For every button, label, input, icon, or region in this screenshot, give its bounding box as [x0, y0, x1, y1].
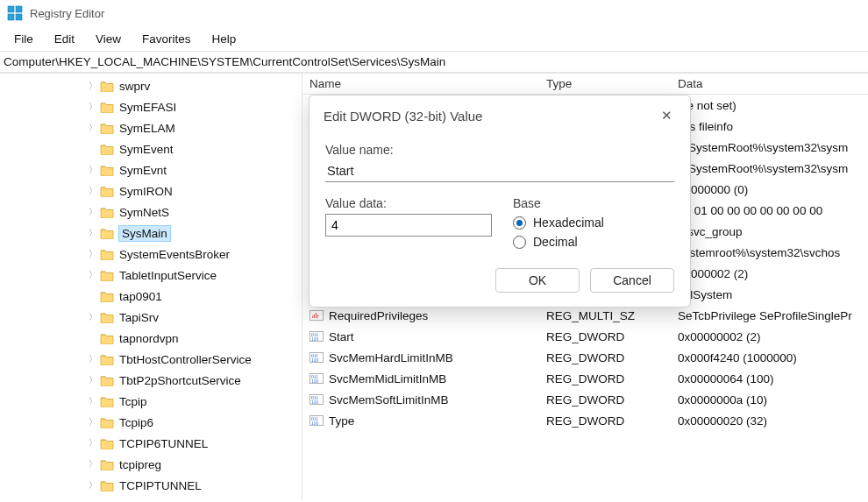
chevron-right-icon[interactable]: 〉: [88, 248, 98, 260]
cell-data: 00000000 (0): [671, 183, 868, 196]
folder-icon: [100, 395, 114, 407]
radio-decimal[interactable]: Decimal: [513, 235, 674, 249]
tree-item-symevent[interactable]: SymEvent: [0, 138, 302, 159]
cell-data: lue not set): [671, 99, 868, 112]
tree-item-tapnordvpn[interactable]: tapnordvpn: [0, 328, 302, 349]
chevron-right-icon[interactable]: 〉: [88, 479, 98, 491]
cell-data: 0x0000000a (10): [671, 393, 868, 407]
dword-value-icon: 011110: [309, 414, 324, 428]
list-row[interactable]: abRequiredPrivilegesREG_MULTI_SZSeTcbPri…: [302, 305, 868, 326]
chevron-right-icon[interactable]: 〉: [88, 185, 98, 197]
tree-item-label: TCPIPTUNNEL: [119, 479, 202, 492]
tree-item-systemeventsbroker[interactable]: 〉SystemEventsBroker: [0, 244, 302, 265]
tree-item-tbtp2pshortcutservice[interactable]: 〉TbtP2pShortcutService: [0, 370, 302, 391]
value-name: Start: [329, 330, 354, 343]
tree-item-tabletinputservice[interactable]: 〉TabletInputService: [0, 265, 302, 286]
tree-item-symnets[interactable]: 〉SymNetS: [0, 202, 302, 223]
list-row[interactable]: 011110StartREG_DWORD0x00000002 (2): [302, 326, 868, 347]
cell-type: REG_DWORD: [539, 414, 671, 428]
ok-button[interactable]: OK: [495, 268, 580, 293]
radio-hexadecimal[interactable]: Hexadecimal: [513, 216, 674, 230]
radio-hex-indicator: [513, 216, 526, 230]
folder-icon: [100, 479, 114, 491]
tree-item-label: SymEFASI: [119, 101, 176, 114]
titlebar: Registry Editor: [0, 0, 868, 26]
cell-type: REG_DWORD: [539, 351, 671, 364]
folder-icon: [100, 353, 114, 365]
tree-item-tbthostcontrollerservice[interactable]: 〉TbtHostControllerService: [0, 349, 302, 370]
value-name: SvcMemMidLimitInMB: [329, 372, 446, 385]
menu-file[interactable]: File: [4, 29, 44, 49]
tree-item-tapisrv[interactable]: 〉TapiSrv: [0, 307, 302, 328]
list-header: Name Type Data: [302, 74, 868, 95]
string-value-icon: ab: [309, 308, 324, 322]
chevron-right-icon[interactable]: 〉: [88, 101, 98, 113]
tree-item-label: tcpipreg: [119, 458, 161, 471]
chevron-right-icon[interactable]: 〉: [88, 311, 98, 323]
folder-icon: [100, 332, 114, 344]
tree-item-tcpipreg[interactable]: 〉tcpipreg: [0, 454, 302, 475]
tree-item-sysmain[interactable]: 〉SysMain: [0, 223, 302, 244]
chevron-right-icon[interactable]: 〉: [88, 416, 98, 428]
radio-dec-label: Decimal: [533, 235, 578, 249]
list-row[interactable]: 011110SvcMemHardLimitInMBREG_DWORD0x000f…: [302, 347, 868, 368]
value-data-input[interactable]: [325, 214, 492, 237]
menu-favorites[interactable]: Favorites: [132, 29, 202, 49]
chevron-right-icon[interactable]: 〉: [88, 395, 98, 407]
folder-icon: [100, 269, 114, 281]
tree-item-swprv[interactable]: 〉swprv: [0, 75, 302, 96]
list-row[interactable]: 011110SvcMemMidLimitInMBREG_DWORD0x00000…: [302, 368, 868, 389]
chevron-right-icon[interactable]: 〉: [88, 80, 98, 92]
cell-type: REG_DWORD: [539, 393, 671, 407]
tree-item-label: SymIRON: [119, 185, 173, 198]
svg-text:110: 110: [311, 336, 318, 342]
svg-text:110: 110: [311, 421, 318, 426]
tree-item-symevnt[interactable]: 〉SymEvnt: [0, 159, 302, 180]
chevron-right-icon[interactable]: 〉: [88, 458, 98, 470]
chevron-right-icon[interactable]: 〉: [88, 227, 98, 239]
tree-item-label: Tcpip: [119, 395, 147, 408]
column-header-type[interactable]: Type: [539, 77, 671, 90]
close-icon[interactable]: ✕: [658, 104, 676, 127]
folder-icon: [100, 101, 114, 113]
tree-item-tcpip6tunnel[interactable]: 〉TCPIP6TUNNEL: [0, 433, 302, 454]
chevron-right-icon[interactable]: 〉: [88, 269, 98, 281]
menu-edit[interactable]: Edit: [44, 29, 85, 49]
chevron-right-icon[interactable]: 〉: [88, 206, 98, 218]
chevron-right-icon[interactable]: 〉: [88, 122, 98, 134]
tree-item-tdx[interactable]: 〉tdx: [0, 496, 302, 499]
column-header-data[interactable]: Data: [671, 77, 868, 90]
cancel-button[interactable]: Cancel: [590, 268, 674, 293]
cell-name: 011110SvcMemHardLimitInMB: [302, 350, 539, 364]
tree-item-tcpip6[interactable]: 〉Tcpip6: [0, 412, 302, 433]
tree-item-tcpip[interactable]: 〉Tcpip: [0, 391, 302, 412]
list-row[interactable]: 011110TypeREG_DWORD0x00000020 (32): [302, 410, 868, 431]
cell-data: css fileinfo: [671, 120, 868, 133]
svg-rect-0: [8, 6, 14, 12]
chevron-right-icon[interactable]: 〉: [88, 353, 98, 365]
tree-item-label: SymNetS: [119, 206, 169, 219]
value-name-field[interactable]: Start: [325, 159, 674, 182]
svg-text:110: 110: [311, 399, 318, 405]
tree-item-tcpiptunnel[interactable]: 〉TCPIPTUNNEL: [0, 475, 302, 496]
address-bar[interactable]: Computer\HKEY_LOCAL_MACHINE\SYSTEM\Curre…: [0, 51, 868, 73]
svg-text:110: 110: [311, 378, 318, 384]
folder-icon: [100, 164, 114, 176]
tree-item-symelam[interactable]: 〉SymELAM: [0, 117, 302, 138]
radio-hex-label: Hexadecimal: [533, 216, 604, 230]
column-header-name[interactable]: Name: [302, 77, 539, 90]
chevron-right-icon[interactable]: 〉: [88, 437, 98, 449]
cell-name: 011110Start: [302, 329, 539, 343]
menu-view[interactable]: View: [85, 29, 132, 49]
list-row[interactable]: 011110SvcMemSoftLimitInMBREG_DWORD0x0000…: [302, 389, 868, 410]
menu-help[interactable]: Help: [202, 29, 247, 49]
address-path: Computer\HKEY_LOCAL_MACHINE\SYSTEM\Curre…: [4, 55, 445, 68]
tree-item-tap0901[interactable]: tap0901: [0, 286, 302, 307]
tree-pane[interactable]: 〉swprv〉SymEFASI〉SymELAMSymEvent〉SymEvnt〉…: [0, 74, 302, 499]
chevron-right-icon[interactable]: 〉: [88, 164, 98, 176]
chevron-right-icon[interactable]: 〉: [88, 374, 98, 386]
cell-name: abRequiredPrivileges: [302, 308, 539, 322]
cell-data: 00000002 (2): [671, 267, 868, 280]
tree-item-symefasi[interactable]: 〉SymEFASI: [0, 96, 302, 117]
tree-item-symiron[interactable]: 〉SymIRON: [0, 180, 302, 202]
